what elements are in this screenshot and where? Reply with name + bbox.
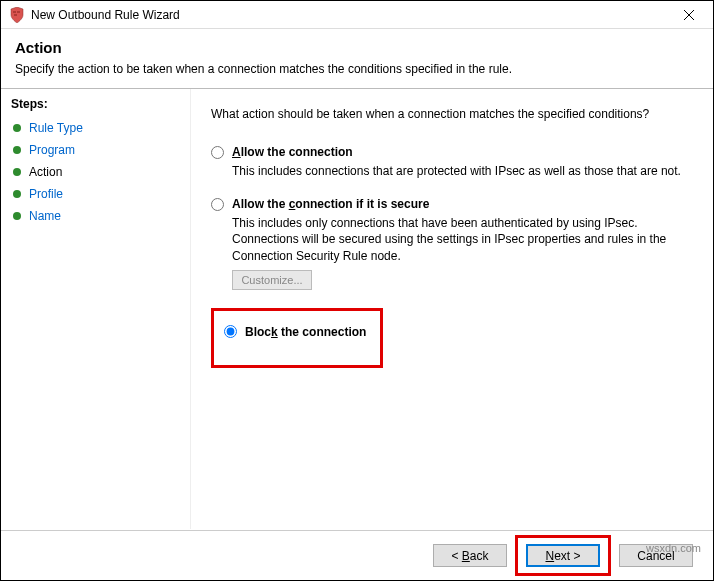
radio-block[interactable] bbox=[224, 325, 237, 338]
bullet-icon bbox=[13, 168, 21, 176]
svg-rect-0 bbox=[13, 11, 16, 13]
desc-allow: This includes connections that are prote… bbox=[232, 163, 693, 179]
page-subtitle: Specify the action to be taken when a co… bbox=[15, 62, 699, 76]
back-button[interactable]: < Back bbox=[433, 544, 507, 567]
radio-allow[interactable] bbox=[211, 146, 224, 159]
watermark: wsxdn.com bbox=[646, 542, 701, 554]
steps-sidebar: Steps: Rule Type Program Action Profile … bbox=[1, 89, 191, 529]
wizard-footer: < Back Next > Cancel bbox=[1, 530, 713, 580]
next-highlight: Next > bbox=[515, 535, 611, 576]
bullet-icon bbox=[13, 212, 21, 220]
option-block-highlight: Block the connection bbox=[211, 308, 383, 368]
radio-allow-secure[interactable] bbox=[211, 198, 224, 211]
titlebar: New Outbound Rule Wizard bbox=[1, 1, 713, 29]
desc-allow-secure: This includes only connections that have… bbox=[232, 215, 693, 264]
wizard-header: Action Specify the action to be taken wh… bbox=[1, 29, 713, 88]
step-rule-type[interactable]: Rule Type bbox=[11, 117, 180, 139]
steps-title: Steps: bbox=[11, 97, 180, 111]
label-block[interactable]: Block the connection bbox=[245, 325, 366, 339]
firewall-icon bbox=[9, 7, 25, 23]
page-heading: Action bbox=[15, 39, 699, 56]
step-profile[interactable]: Profile bbox=[11, 183, 180, 205]
option-allow-secure: Allow the connection if it is secure Thi… bbox=[211, 197, 693, 290]
label-allow[interactable]: Allow the connection bbox=[232, 145, 353, 159]
bullet-icon bbox=[13, 124, 21, 132]
svg-rect-1 bbox=[17, 11, 20, 13]
next-button[interactable]: Next > bbox=[526, 544, 600, 567]
step-action: Action bbox=[11, 161, 180, 183]
step-program[interactable]: Program bbox=[11, 139, 180, 161]
label-allow-secure[interactable]: Allow the connection if it is secure bbox=[232, 197, 429, 211]
window-title: New Outbound Rule Wizard bbox=[31, 8, 673, 22]
steps-list: Rule Type Program Action Profile Name bbox=[11, 117, 180, 227]
bullet-icon bbox=[13, 190, 21, 198]
action-prompt: What action should be taken when a conne… bbox=[211, 107, 693, 121]
step-name[interactable]: Name bbox=[11, 205, 180, 227]
wizard-main: What action should be taken when a conne… bbox=[191, 89, 713, 529]
close-button[interactable] bbox=[673, 4, 705, 26]
option-allow: Allow the connection This includes conne… bbox=[211, 145, 693, 179]
customize-button: Customize... bbox=[232, 270, 312, 290]
bullet-icon bbox=[13, 146, 21, 154]
svg-rect-2 bbox=[14, 14, 17, 16]
